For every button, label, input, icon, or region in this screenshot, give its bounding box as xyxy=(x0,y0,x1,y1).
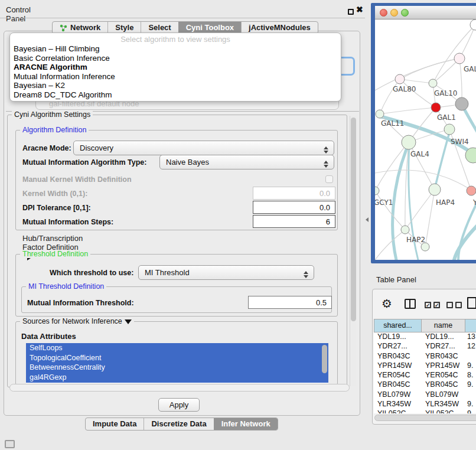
close-icon[interactable]: ✖ xyxy=(356,5,363,14)
network-node[interactable] xyxy=(402,135,416,149)
kernel-width-label: Kernel Width (0,1): xyxy=(22,190,87,198)
close-traffic-light-icon[interactable] xyxy=(380,9,387,17)
panel-resize-handle[interactable] xyxy=(363,217,369,222)
network-view-window: GAL7 GAL80 GAL10 GAL1 GAL11 SWI4 GAL4 GC… xyxy=(371,3,476,263)
node-label: SWI4 xyxy=(451,138,469,146)
node-label: GCY1 xyxy=(375,198,393,207)
network-node[interactable] xyxy=(467,186,476,195)
network-node[interactable] xyxy=(454,53,465,64)
kernel-width-field[interactable]: 0.0 xyxy=(253,187,335,200)
table-row[interactable]: YER054CYER054C8. xyxy=(374,371,476,380)
network-node-labels: GAL7 GAL80 GAL10 GAL1 GAL11 SWI4 GAL4 GC… xyxy=(375,65,476,244)
mi-type-select[interactable]: Naive Bayes xyxy=(159,155,334,169)
dpi-tolerance-field[interactable]: 0.0 xyxy=(253,201,335,214)
network-node[interactable] xyxy=(395,74,405,84)
algorithm-option[interactable]: Bayesian – Hill Climbing xyxy=(10,44,341,54)
table-row[interactable]: YDL19...YDL19...13 xyxy=(374,332,476,342)
table-panel: ⚙ ✓ ✓ shared... name YDL19...YDL19...13 … xyxy=(372,289,476,425)
attribute-item[interactable]: BetweennessCentrality xyxy=(26,363,328,373)
tab-jactivemnodules[interactable]: jActiveMNodules xyxy=(241,22,318,34)
table-row[interactable]: YBR045CYBR045C9. xyxy=(374,380,476,390)
network-canvas[interactable]: GAL7 GAL80 GAL10 GAL1 GAL11 SWI4 GAL4 GC… xyxy=(375,19,476,260)
manual-kernel-checkbox[interactable] xyxy=(325,175,333,183)
network-node[interactable] xyxy=(470,19,476,30)
tab-style[interactable]: Style xyxy=(107,22,141,34)
mi-steps-field[interactable]: 6 xyxy=(253,215,335,228)
network-node[interactable] xyxy=(421,243,429,251)
tab-infer-network[interactable]: Infer Network xyxy=(214,418,278,430)
mi-threshold-field[interactable]: 0.5 xyxy=(248,296,332,309)
dpi-tolerance-label: DPI Tolerance [0,1]: xyxy=(22,204,91,212)
network-nodes xyxy=(375,19,476,251)
algorithm-placeholder: Select algorithm to view settings xyxy=(10,33,341,44)
table-row[interactable]: YPR145WYPR145W9. xyxy=(374,361,476,371)
network-node[interactable] xyxy=(429,79,437,87)
table-row[interactable]: YBL079WYBL079W xyxy=(374,390,476,400)
algorithm-option[interactable]: Mutual Information Inference xyxy=(10,72,341,81)
split-columns-icon[interactable] xyxy=(405,299,416,309)
gear-icon[interactable]: ⚙ xyxy=(382,296,392,311)
document-icon[interactable] xyxy=(467,297,476,309)
settings-horizontal-scrollbar[interactable] xyxy=(9,384,350,392)
network-node-gal1[interactable] xyxy=(431,103,441,112)
network-node[interactable] xyxy=(429,184,441,195)
algorithm-option[interactable]: Bayesian – K2 xyxy=(10,81,341,90)
tab-impute-data[interactable]: Impute Data xyxy=(86,418,144,430)
network-node[interactable] xyxy=(444,124,455,135)
table-horizontal-scrollbar[interactable] xyxy=(374,415,476,421)
tab-network[interactable]: Network xyxy=(53,22,107,34)
control-panel-title: Control Panel xyxy=(6,5,31,23)
sources-group-title[interactable]: Sources for Network Inference xyxy=(20,317,134,328)
tab-network-label: Network xyxy=(70,22,100,34)
column-header-name[interactable]: name xyxy=(422,319,465,332)
unchecked-checkbox-icon[interactable] xyxy=(446,302,453,308)
tab-cyni-toolbox[interactable]: Cyni Toolbox xyxy=(178,22,241,34)
attribute-item[interactable]: SelfLoops xyxy=(26,343,328,353)
settings-scrollbar[interactable] xyxy=(350,116,356,386)
table-row[interactable]: YBR043CYBR043C xyxy=(374,352,476,361)
mi-threshold-group-title: MI Threshold Definition xyxy=(26,282,106,291)
table-body: YDL19...YDL19...13 YDR27...YDR27...12 YB… xyxy=(374,332,476,413)
node-label: HAP2 xyxy=(406,236,425,244)
table-row[interactable]: YDR27...YDR27...12 xyxy=(374,342,476,351)
attribute-item[interactable]: TopologicalCoefficient xyxy=(26,353,328,363)
node-label: GAL7 xyxy=(464,65,476,73)
attribute-item[interactable]: gal4RGexp xyxy=(26,373,328,383)
attributes-scrollbar-thumb[interactable] xyxy=(322,345,327,373)
which-threshold-label: Which threshold to use: xyxy=(50,269,133,277)
tab-discretize-data[interactable]: Discretize Data xyxy=(144,418,213,430)
algorithm-option[interactable]: Basic Correlation Inference xyxy=(10,54,341,63)
cyni-bottom-tabbar: Impute Data Discretize Data Infer Networ… xyxy=(85,418,278,431)
table-panel-title: Table Panel xyxy=(376,275,416,284)
float-window-icon[interactable] xyxy=(348,9,354,15)
checked-checkbox-icon[interactable]: ✓ xyxy=(425,302,431,308)
algorithm-option[interactable]: Dream8 DC_TDC Algorithm xyxy=(10,90,341,100)
apply-button[interactable]: Apply xyxy=(158,398,200,412)
network-graph: GAL7 GAL80 GAL10 GAL1 GAL11 SWI4 GAL4 GC… xyxy=(375,19,476,260)
column-header-partial[interactable] xyxy=(465,319,476,332)
algorithm-dropdown-popup: Select algorithm to view settings Bayesi… xyxy=(9,32,341,102)
unchecked-checkbox-icon[interactable] xyxy=(455,302,462,308)
minimize-traffic-light-icon[interactable] xyxy=(390,9,398,17)
network-window-titlebar[interactable] xyxy=(375,6,476,19)
which-threshold-select[interactable]: MI Threshold xyxy=(138,265,314,280)
network-node[interactable] xyxy=(376,110,384,118)
network-node[interactable] xyxy=(375,187,379,195)
table-row[interactable]: YIL052CYIL052C9. xyxy=(374,409,476,413)
tab-select[interactable]: Select xyxy=(141,22,178,34)
aracne-mode-label: Aracne Mode: xyxy=(22,144,71,152)
checked-checkbox-icon[interactable]: ✓ xyxy=(433,302,440,308)
network-node[interactable] xyxy=(455,97,468,110)
data-attributes-label: Data Attributes xyxy=(21,332,76,341)
settings-scrollbar-thumb[interactable] xyxy=(351,118,356,321)
docked-panel-icon[interactable] xyxy=(5,440,15,448)
node-label: GAL1 xyxy=(437,113,456,122)
algorithm-option-aracne[interactable]: ARACNE Algorithm xyxy=(10,63,341,72)
network-node[interactable] xyxy=(401,226,409,234)
data-attributes-list: SelfLoops TopologicalCoefficient Between… xyxy=(26,343,328,383)
zoom-traffic-light-icon[interactable] xyxy=(401,9,409,17)
aracne-mode-select[interactable]: Discovery xyxy=(73,141,334,155)
column-header-shared[interactable]: shared... xyxy=(374,319,422,332)
table-row[interactable]: YLR345WYLR345W9. xyxy=(374,400,476,409)
node-label: GAL11 xyxy=(381,119,404,128)
